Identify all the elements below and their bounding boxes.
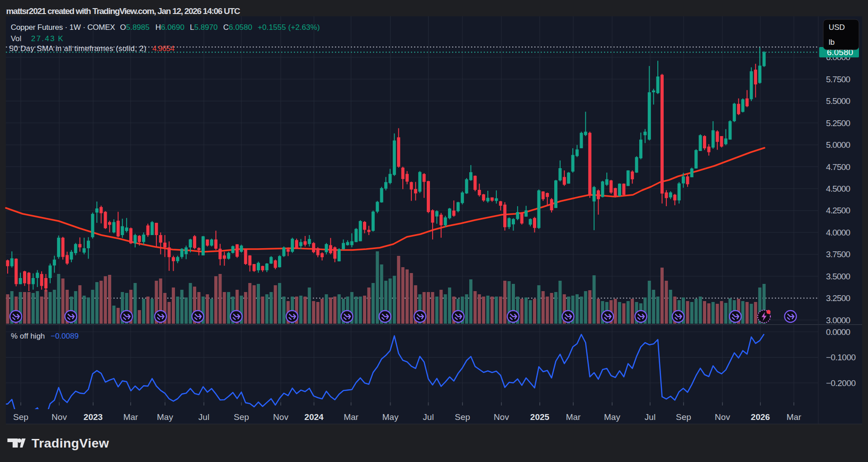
svg-text:Nov: Nov bbox=[715, 412, 730, 422]
svg-text:Copper Futures · 1W · COMEX: Copper Futures · 1W · COMEX bbox=[11, 23, 115, 32]
svg-text:C6.0580: C6.0580 bbox=[223, 23, 252, 32]
svg-text:3.7500: 3.7500 bbox=[826, 250, 850, 259]
svg-text:Sep: Sep bbox=[676, 412, 691, 422]
svg-text:4.0000: 4.0000 bbox=[826, 228, 850, 237]
svg-text:Sep: Sep bbox=[455, 412, 470, 422]
svg-text:Mar: Mar bbox=[566, 412, 581, 422]
svg-text:lb: lb bbox=[829, 38, 835, 47]
svg-text:2026: 2026 bbox=[751, 412, 770, 422]
svg-text:May: May bbox=[157, 412, 173, 422]
svg-text:3.2500: 3.2500 bbox=[826, 293, 850, 303]
svg-text:Mar: Mar bbox=[123, 412, 138, 422]
svg-text:Nov: Nov bbox=[494, 412, 509, 422]
svg-text:Jul: Jul bbox=[645, 412, 656, 422]
svg-text:50 Day SMA in all timeframes (: 50 Day SMA in all timeframes (solid, 2) bbox=[9, 44, 146, 53]
svg-text:2024: 2024 bbox=[304, 412, 324, 422]
svg-text:2025: 2025 bbox=[530, 412, 550, 422]
svg-text:3.0000: 3.0000 bbox=[826, 316, 850, 325]
svg-text:L5.8970: L5.8970 bbox=[190, 23, 217, 32]
svg-text:−0.0089: −0.0089 bbox=[51, 332, 79, 340]
svg-text:Nov: Nov bbox=[52, 412, 67, 422]
svg-text:3.5000: 3.5000 bbox=[826, 272, 850, 281]
svg-text:4.2500: 4.2500 bbox=[826, 206, 850, 215]
svg-text:2023: 2023 bbox=[84, 412, 103, 422]
svg-text:H6.0690: H6.0690 bbox=[156, 23, 184, 32]
svg-text:4.9654: 4.9654 bbox=[152, 44, 175, 53]
svg-text:mattsr2021 created with Tradin: mattsr2021 created with TradingView.com,… bbox=[6, 6, 241, 16]
svg-text:% off high: % off high bbox=[11, 332, 45, 340]
svg-text:−0.1000: −0.1000 bbox=[826, 353, 856, 362]
svg-text:Vol: Vol bbox=[11, 34, 22, 43]
svg-text:Jul: Jul bbox=[423, 412, 434, 422]
svg-text:Mar: Mar bbox=[787, 412, 802, 422]
svg-text:0.0000: 0.0000 bbox=[826, 327, 850, 337]
svg-text:5.7500: 5.7500 bbox=[826, 75, 850, 84]
svg-text:Sep: Sep bbox=[234, 412, 249, 422]
svg-text:Jul: Jul bbox=[198, 412, 209, 422]
svg-text:+0.1555 (+2.63%): +0.1555 (+2.63%) bbox=[258, 23, 320, 32]
svg-text:Mar: Mar bbox=[344, 412, 359, 422]
svg-text:4.7500: 4.7500 bbox=[826, 162, 850, 172]
svg-text:Nov: Nov bbox=[273, 412, 288, 422]
svg-text:O5.8985: O5.8985 bbox=[120, 23, 150, 32]
svg-text:5.5000: 5.5000 bbox=[826, 96, 850, 106]
svg-text:May: May bbox=[604, 412, 620, 422]
svg-text:USD: USD bbox=[829, 23, 845, 32]
svg-text:Sep: Sep bbox=[13, 412, 28, 422]
svg-text:−0.2000: −0.2000 bbox=[826, 378, 856, 388]
svg-text:May: May bbox=[382, 412, 399, 422]
svg-text:5.2500: 5.2500 bbox=[826, 118, 850, 128]
svg-text:5.0000: 5.0000 bbox=[826, 140, 850, 150]
svg-text:4.5000: 4.5000 bbox=[826, 184, 850, 193]
svg-text:TradingView: TradingView bbox=[32, 436, 109, 450]
